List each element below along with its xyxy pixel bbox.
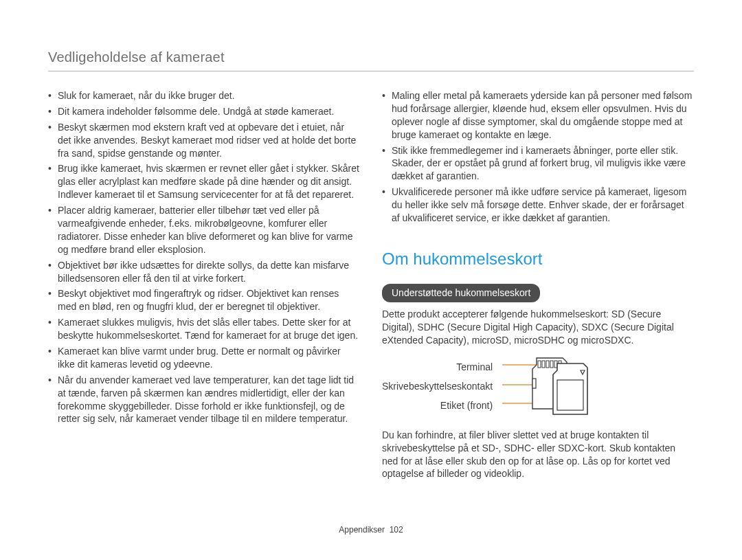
svg-rect-6 — [538, 361, 541, 368]
right-bullet-list: Maling eller metal på kameraets yderside… — [382, 89, 694, 225]
subsection-pill: Understøttede hukommelseskort — [382, 284, 540, 302]
list-item: Ukvalificerede personer må ikke udføre s… — [382, 186, 694, 225]
page-title: Vedligeholdelse af kameraet — [48, 49, 225, 65]
page-footer: Appendikser 102 — [0, 524, 742, 535]
section-title-memory: Om hukommelseskort — [382, 248, 694, 270]
sd-diagram-labels: Terminal Skrivebeskyttelseskontakt Etike… — [382, 357, 493, 415]
left-bullet-list: Sluk for kameraet, når du ikke bruger de… — [48, 89, 360, 425]
list-item: Sluk for kameraet, når du ikke bruger de… — [48, 89, 360, 102]
list-item: Stik ikke fremmedlegemer ind i kameraets… — [382, 144, 694, 183]
list-item: Beskyt skærmen mod ekstern kraft ved at … — [48, 121, 360, 160]
content-columns: Sluk for kameraet, når du ikke bruger de… — [48, 89, 694, 486]
list-item: Kameraet slukkes muligvis, hvis det slås… — [48, 316, 360, 342]
list-item: Maling eller metal på kameraets yderside… — [382, 89, 694, 142]
left-column: Sluk for kameraet, når du ikke bruger de… — [48, 89, 360, 486]
list-item: Dit kamera indeholder følsomme dele. Und… — [48, 105, 360, 118]
list-item: Placer aldrig kameraer, batterier eller … — [48, 204, 360, 256]
footer-section: Appendikser — [339, 525, 385, 535]
svg-rect-8 — [546, 361, 549, 368]
list-item: Brug ikke kameraet, hvis skærmen er revn… — [48, 162, 360, 201]
list-item: Objektivet bør ikke udsættes for direkte… — [48, 259, 360, 285]
list-item: Beskyt objektivet mod fingeraftryk og ri… — [48, 287, 360, 313]
memory-intro: Dette produkt accepterer følgende hukomm… — [382, 308, 694, 347]
right-column: Maling eller metal på kameraets yderside… — [382, 89, 694, 486]
sd-label-terminal: Terminal — [382, 357, 493, 377]
list-item: Når du anvender kameraet ved lave temper… — [48, 374, 360, 426]
sd-label-wp: Skrivebeskyttelseskontakt — [382, 377, 493, 396]
svg-rect-9 — [550, 361, 553, 368]
page-header: Vedligeholdelse af kameraet — [48, 48, 694, 71]
sd-label-front: Etiket (front) — [382, 396, 493, 415]
sd-diagram-row: Terminal Skrivebeskyttelseskontakt Etike… — [382, 354, 694, 419]
memory-outro: Du kan forhindre, at filer bliver slette… — [382, 429, 694, 481]
page: Vedligeholdelse af kameraet Sluk for kam… — [0, 0, 742, 560]
list-item: Kameraet kan blive varmt under brug. Det… — [48, 345, 360, 371]
footer-page-number: 102 — [390, 525, 403, 535]
svg-rect-12 — [532, 379, 536, 388]
sd-card-icon — [502, 354, 592, 419]
svg-rect-7 — [542, 361, 545, 368]
